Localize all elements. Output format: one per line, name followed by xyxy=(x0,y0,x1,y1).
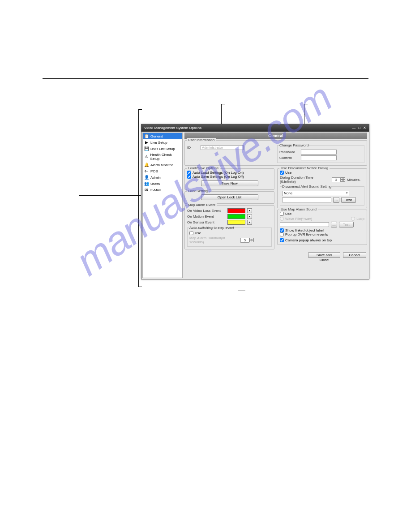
sidebar-item-alarm-monitor[interactable]: 🔔 Alarm Monitor xyxy=(143,162,182,168)
camera-top-checkbox[interactable]: Camera popup always on top xyxy=(280,238,364,242)
spinner-input xyxy=(240,238,249,243)
checkbox-input[interactable] xyxy=(187,175,191,179)
load-save-group: Load/Save Options Auto Load Settings (On… xyxy=(184,168,274,190)
sidebar-item-live-setup[interactable]: ▶ Live Setup xyxy=(143,139,182,146)
sidebar-item-label: POS xyxy=(150,169,158,173)
main-panel: General User Information ID Change Passw… xyxy=(184,132,369,279)
chevron-down-icon[interactable]: ▾ xyxy=(247,214,252,219)
page-divider xyxy=(43,78,368,79)
group-title: Use Map Alarm Sound xyxy=(279,207,318,211)
sidebar-item-users[interactable]: 👥 Users xyxy=(143,180,182,187)
sensor-color[interactable] xyxy=(227,220,245,225)
checkbox-label: Auto Save Settings (On Log Off) xyxy=(193,175,244,179)
duration-spinner[interactable]: ▴▾ xyxy=(332,177,345,182)
group-title: User Information xyxy=(187,138,216,142)
popup-dvr-checkbox[interactable]: Pop up DVR live on events xyxy=(280,232,364,236)
checkbox-input[interactable] xyxy=(280,171,284,175)
checkbox-label: Camera popup always on top xyxy=(285,238,332,242)
sidebar-item-general[interactable]: 📋 General xyxy=(143,133,182,139)
cancel-button[interactable]: Cancel xyxy=(343,252,366,258)
user-info-group: User Information ID Change Password Pass… xyxy=(184,140,367,166)
duration-label: Map Alarm Duration(in seconds) xyxy=(189,236,239,244)
save-now-button[interactable]: Save Now xyxy=(201,180,258,186)
tag-icon: 🏷 xyxy=(144,169,149,173)
radio-input xyxy=(280,217,284,221)
video-loss-color[interactable] xyxy=(227,208,245,213)
radio-label: Loop xyxy=(356,217,364,221)
callout-line xyxy=(221,104,225,104)
close-icon[interactable]: ✕ xyxy=(363,124,366,132)
options-window: Video Management System Options — □ ✕ 📋 … xyxy=(141,124,369,279)
wave-file-radio: Wave File(*.wav) xyxy=(280,217,312,221)
id-field[interactable] xyxy=(201,145,244,150)
window-title: Video Management System Options xyxy=(144,124,201,132)
sidebar-item-dvr-list[interactable]: 💾 DVR List Setup xyxy=(143,146,182,152)
sidebar-item-label: General xyxy=(150,134,163,138)
auto-switch-use-checkbox[interactable]: Use xyxy=(189,231,270,235)
duration-spinner: ▴▾ xyxy=(240,238,254,243)
sidebar-item-health-check[interactable]: ⚠ Health Check Setup xyxy=(143,152,182,162)
checkbox-input[interactable] xyxy=(280,212,284,216)
maximize-icon[interactable]: □ xyxy=(358,124,360,132)
sidebar-item-admin[interactable]: 👤 Admin xyxy=(143,174,182,180)
sound-select[interactable]: None xyxy=(282,191,349,196)
change-password-group: Change Password Password Confirm xyxy=(277,143,364,163)
save-close-button[interactable]: Save and Close xyxy=(308,252,340,258)
auto-load-checkbox[interactable]: Auto Load Settings (On Log On) xyxy=(187,171,272,175)
duration-unit: Minutes. xyxy=(347,178,360,182)
confirm-field[interactable] xyxy=(301,155,337,160)
checkbox-label: Use xyxy=(285,212,291,216)
browse-button: … xyxy=(331,222,337,227)
checkbox-label: Use xyxy=(195,231,201,235)
browse-button[interactable]: … xyxy=(333,197,339,203)
motion-label: On Motion Event xyxy=(187,215,226,219)
titlebar[interactable]: Video Management System Options — □ ✕ xyxy=(141,124,369,132)
chevron-down-icon[interactable]: ▾ xyxy=(341,180,345,182)
admin-icon: 👤 xyxy=(144,175,149,180)
motion-color[interactable] xyxy=(227,214,245,219)
radio-label: Wave File(*.wav) xyxy=(285,217,312,221)
disconnect-sound-group: Disconnect Alert Sound Setting None … Te… xyxy=(280,184,364,206)
group-title: Use Disconnect Notice Dialog xyxy=(279,166,330,170)
sidebar-item-label: Health Check Setup xyxy=(150,153,181,161)
sidebar-item-email[interactable]: ✉ E-Mail xyxy=(143,187,182,193)
checkbox-input[interactable] xyxy=(280,238,284,242)
wave-path-field xyxy=(280,222,329,227)
sidebar-item-label: Users xyxy=(150,182,160,186)
spinner-input[interactable] xyxy=(332,177,341,182)
chevron-down-icon[interactable]: ▾ xyxy=(247,220,252,225)
sensor-label: On Sensor Event xyxy=(187,220,226,224)
group-title: Auto-switching to step event xyxy=(189,226,234,230)
bell-icon: 🔔 xyxy=(144,163,149,167)
checkbox-input[interactable] xyxy=(187,171,191,175)
disconnect-use-checkbox[interactable]: Use xyxy=(280,171,364,175)
id-label: ID xyxy=(187,146,199,150)
radio-input xyxy=(351,217,355,221)
callout-line xyxy=(242,282,242,291)
sidebar-item-label: DVR List Setup xyxy=(150,147,175,151)
group-title: Map Alarm Event xyxy=(187,203,217,207)
auto-save-checkbox[interactable]: Auto Save Settings (On Log Off) xyxy=(187,175,272,179)
password-field[interactable] xyxy=(301,150,337,154)
minimize-icon[interactable]: — xyxy=(352,124,355,132)
loop-radio: Loop xyxy=(351,217,364,221)
checkbox-input[interactable] xyxy=(280,228,284,232)
sidebar: 📋 General ▶ Live Setup 💾 DVR List Setup … xyxy=(142,133,183,278)
video-loss-label: On Video Loss Event xyxy=(187,209,226,213)
sidebar-item-label: Admin xyxy=(150,176,161,180)
chevron-down-icon: ▾ xyxy=(249,240,254,242)
map-sound-use-checkbox[interactable]: Use xyxy=(280,212,364,216)
sound-path-field[interactable] xyxy=(282,197,331,202)
show-linked-label-checkbox[interactable]: Show linked object label xyxy=(280,228,364,232)
checkbox-label: Use xyxy=(285,171,291,175)
map-alarm-sound-group: Use Map Alarm Sound Use Wave File(*.wav) xyxy=(277,210,367,245)
test-button: Test xyxy=(339,222,354,227)
test-button[interactable]: Test xyxy=(341,197,356,203)
checkbox-input[interactable] xyxy=(189,231,193,235)
group-title: Change Password xyxy=(279,143,308,147)
checkbox-input[interactable] xyxy=(280,232,284,236)
open-lock-list-button[interactable]: Open Lock List xyxy=(201,194,258,200)
checkbox-label: Show linked object label xyxy=(285,228,324,232)
chevron-down-icon[interactable]: ▾ xyxy=(247,208,252,213)
sidebar-item-pos[interactable]: 🏷 POS xyxy=(143,168,182,174)
